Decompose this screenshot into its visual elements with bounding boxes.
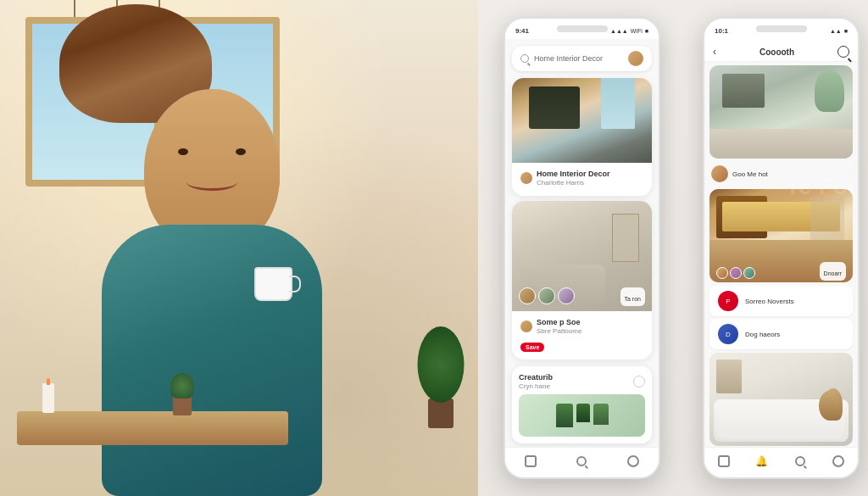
list-avatar-icon-2: P xyxy=(726,298,730,305)
status-icons-2: ▲▲ ■ xyxy=(830,28,848,34)
list-avatar-icon-3: D xyxy=(726,331,731,338)
bed-avatar-1 xyxy=(716,267,728,279)
card-subtitle-2: Sbre Pattoome xyxy=(537,327,581,335)
background-scene: 9:41 ▲▲▲ WiFi ■ Home Interior Decor xyxy=(0,0,868,496)
eye-left xyxy=(178,148,188,155)
search-icon-2[interactable] xyxy=(837,46,849,58)
overlay-card-text: Creaturib Cryn hane xyxy=(519,373,553,390)
list-avatar-3: D xyxy=(718,324,738,344)
living-card-avatar xyxy=(520,320,532,332)
person-area xyxy=(0,0,492,496)
plant-icons xyxy=(556,404,609,427)
phone-notch-1 xyxy=(557,25,608,32)
bedroom-label: Dnoarr xyxy=(820,262,846,281)
user-avatar-1[interactable] xyxy=(628,51,643,66)
phones-container: 9:41 ▲▲▲ WiFi ■ Home Interior Decor xyxy=(478,0,868,496)
list-item-2[interactable]: P Sorreo Noversts xyxy=(709,286,853,316)
top-image-2 xyxy=(709,65,853,159)
list-text-2: Sorreo Noversts xyxy=(745,298,794,305)
nav-search-1[interactable] xyxy=(574,454,589,469)
list-avatar-2: P xyxy=(718,291,738,311)
signal-icon-2: ▲▲ xyxy=(830,28,842,34)
ta-ron-label: Ta ron xyxy=(620,287,645,306)
profile-nav-icon-1 xyxy=(627,455,639,467)
wifi-icon-1: WiFi xyxy=(631,28,643,34)
user-avatar-2 xyxy=(711,165,728,182)
kitchen-card-info: Home Interior Decor Charlotte Harris xyxy=(512,163,652,196)
kitchen-card[interactable]: Home Interior Decor Charlotte Harris xyxy=(512,78,652,196)
avatar-mini-1 xyxy=(519,287,536,304)
phone-mockup-2: 10:1 ▲▲ ■ ‹ Cooooth xyxy=(703,17,860,479)
bedroom-avatars xyxy=(716,267,755,279)
status-icons-1: ▲▲▲ WiFi ■ xyxy=(610,28,648,34)
overlay-card[interactable]: Creaturib Cryn hane xyxy=(512,366,652,443)
save-button-card[interactable]: Save xyxy=(520,343,544,352)
goo-me-hot-text: Goo Me hot xyxy=(732,170,768,178)
home-icon-2 xyxy=(718,455,730,467)
status-time-1: 9:41 xyxy=(515,27,529,35)
nav-bell-2[interactable]: 🔔 xyxy=(754,454,770,469)
background-plant xyxy=(415,326,466,428)
plant-icon-1 xyxy=(556,404,573,427)
table-candle xyxy=(42,383,54,413)
nav-home-2[interactable] xyxy=(716,454,732,469)
dining-table xyxy=(17,411,288,445)
search-nav-icon-1 xyxy=(576,456,587,466)
sofa-element xyxy=(709,129,853,159)
search-bar-1[interactable]: Home Interior Decor xyxy=(512,46,652,71)
overlay-card-image xyxy=(519,394,645,437)
plant-element xyxy=(815,70,844,112)
list-item-3[interactable]: D Dog haeors xyxy=(709,319,853,349)
header-title: Cooooth xyxy=(760,47,794,57)
profile-nav-icon-2 xyxy=(832,455,844,467)
bottom-nav-1 xyxy=(505,447,659,477)
sofa-cushions xyxy=(718,401,844,439)
living-room-card[interactable]: Ta ron Some p Soe Sbre Pattoome Save xyxy=(512,201,652,359)
person-eyes xyxy=(178,148,246,155)
plant-icon-3 xyxy=(593,404,609,425)
card-avatar xyxy=(520,172,532,184)
nav-profile-2[interactable] xyxy=(831,454,846,469)
battery-icon-1: ■ xyxy=(645,28,648,34)
bed-avatar-3 xyxy=(743,267,755,279)
bed-avatar-2 xyxy=(730,267,742,279)
list-text-3: Dog haeors xyxy=(745,331,780,338)
avatar-overlay-row xyxy=(519,287,575,304)
search-nav-icon-2 xyxy=(795,456,805,466)
nav-search-2[interactable] xyxy=(793,454,808,469)
bedroom-image: Dnoarr xyxy=(709,189,853,282)
phone-2-content: ‹ Cooooth Goo Me hot xyxy=(704,39,858,477)
phone-mockup-1: 9:41 ▲▲▲ WiFi ■ Home Interior Decor xyxy=(504,17,660,479)
eye-right xyxy=(236,148,246,155)
ta-ron-text: Ta ron xyxy=(625,296,641,302)
nav-profile-1[interactable] xyxy=(626,454,641,469)
phone-notch-2 xyxy=(756,25,807,32)
phone-2-header: ‹ Cooooth xyxy=(704,39,858,62)
living-room-image: Ta ron xyxy=(512,201,652,311)
bedroom-label-text: Dnoarr xyxy=(824,270,842,276)
avatar-mini-2 xyxy=(538,287,555,304)
overlay-action-icon[interactable] xyxy=(633,376,645,387)
avatar-mini-3 xyxy=(558,287,575,304)
card-title-2: Some p Soe xyxy=(537,318,581,327)
coffee-mug xyxy=(254,267,292,301)
sofa-image xyxy=(709,353,853,446)
nav-home-1[interactable] xyxy=(523,454,538,469)
living-card-category: Some p Soe Sbre Pattoome xyxy=(520,318,643,335)
watermark: re Fot xyxy=(789,173,855,200)
picture-frame xyxy=(716,359,742,393)
living-room-card-info: Some p Soe Sbre Pattoome Save xyxy=(512,311,652,359)
window-element xyxy=(722,74,765,108)
side-table xyxy=(824,388,843,421)
overlay-subtitle: Cryn hane xyxy=(519,382,553,390)
back-arrow[interactable]: ‹ xyxy=(713,46,716,58)
phone-1-content: Home Interior Decor Home Interior Decor xyxy=(505,39,659,477)
overlay-title: Creaturib xyxy=(519,373,553,382)
card-subtitle-1: Charlotte Harris xyxy=(537,179,610,187)
kitchen-image xyxy=(512,78,652,163)
search-text-1: Home Interior Decor xyxy=(534,54,623,63)
status-time-2: 10:1 xyxy=(715,27,728,35)
blanket xyxy=(722,202,840,231)
bell-icon-2: 🔔 xyxy=(755,455,768,467)
card-title-1: Home Interior Decor xyxy=(537,170,610,179)
